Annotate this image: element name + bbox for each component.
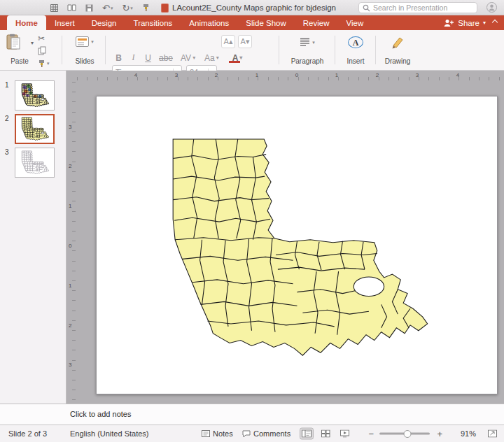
add-person-icon <box>443 19 454 27</box>
slides-group[interactable]: ▾ Slides <box>69 34 101 67</box>
search-box[interactable] <box>358 2 477 13</box>
save-icon[interactable] <box>85 4 93 12</box>
copy-button[interactable] <box>38 45 50 56</box>
drawing-brush-icon <box>391 36 405 49</box>
ribbon-divider <box>62 36 62 64</box>
horizontal-ruler: 43 21 01 23 4 <box>77 71 504 82</box>
ruler-ticks <box>77 77 504 80</box>
slide-thumbnail-3[interactable] <box>15 148 55 178</box>
normal-view-button[interactable] <box>300 428 314 440</box>
view-grid-icon[interactable] <box>50 4 58 12</box>
ribbon-divider <box>335 36 335 64</box>
shrink-font-button[interactable]: A▾ <box>238 35 252 48</box>
paste-button[interactable]: ▾ Paste <box>6 34 34 67</box>
tab-view[interactable]: View <box>338 15 372 30</box>
paragraph-label: Paragraph <box>284 57 330 65</box>
format-painter-icon[interactable] <box>142 3 150 12</box>
book-icon[interactable] <box>67 4 76 11</box>
status-bar: Slide 2 of 3 English (United States) Not… <box>0 425 504 442</box>
format-paint-button[interactable]: ▾ <box>38 58 50 69</box>
zoom-slider-track[interactable] <box>379 433 430 435</box>
paragraph-caret-icon: ▾ <box>312 40 315 45</box>
zoom-out-button[interactable]: − <box>368 429 374 439</box>
slideshow-view-button[interactable] <box>337 428 351 440</box>
case-caret-icon: ▾ <box>216 55 219 61</box>
account-icon[interactable] <box>486 2 497 15</box>
notes-placeholder: Click to add notes <box>70 410 131 418</box>
tab-animations[interactable]: Animations <box>181 15 237 30</box>
tab-design[interactable]: Design <box>83 15 125 30</box>
drawing-group[interactable]: Drawing <box>379 34 416 67</box>
underline-button[interactable]: U <box>141 51 155 64</box>
slide-thumbnail-1[interactable] <box>15 80 55 110</box>
titlebar: ↶▾ ↻▾ LAcount2E_County Maps graphic for … <box>0 0 504 15</box>
tab-insert[interactable]: Insert <box>46 15 83 30</box>
share-label: Share <box>458 19 479 27</box>
search-input[interactable] <box>373 3 470 12</box>
font-color-button[interactable]: A▾ <box>227 51 248 64</box>
vertical-ruler: 32 10 12 3 <box>66 82 77 404</box>
slide-sorter-icon <box>321 430 330 438</box>
paintbrush-icon <box>38 59 46 68</box>
search-icon <box>363 4 370 12</box>
character-spacing-button[interactable]: AV▾ <box>181 51 195 64</box>
editing-canvas[interactable]: 43 21 01 23 4 32 10 12 3 <box>66 71 504 404</box>
new-slide-icon <box>76 36 89 47</box>
bold-button[interactable]: B <box>112 51 125 64</box>
slide-sorter-view-button[interactable] <box>318 428 332 440</box>
tab-slide-show[interactable]: Slide Show <box>237 15 295 30</box>
tab-transitions[interactable]: Transitions <box>125 15 181 30</box>
paragraph-group[interactable]: ▾ Paragraph <box>284 34 330 67</box>
louisiana-parish-map-graphic[interactable] <box>162 136 431 367</box>
ruler-ticks <box>72 82 76 404</box>
document-title-text: LAcount2E_County Maps graphic for bjdesi… <box>172 3 336 12</box>
ribbon-divider <box>375 36 376 64</box>
ribbon-tab-bar: Home Insert Design Transitions Animation… <box>0 15 504 30</box>
clipboard-icon <box>6 34 21 50</box>
share-button[interactable]: Share ▾ <box>443 15 486 30</box>
notes-pane[interactable]: Click to add notes <box>0 404 504 425</box>
ribbon-divider <box>279 36 279 64</box>
slides-label: Slides <box>69 57 101 65</box>
comments-toggle[interactable]: Comments <box>242 429 290 438</box>
change-case-button[interactable]: Aa▾ <box>204 51 219 64</box>
normal-view-icon <box>302 430 312 438</box>
copy-icon <box>38 46 46 55</box>
undo-icon[interactable]: ↶▾ <box>102 3 113 13</box>
zoom-slider-thumb[interactable] <box>403 430 411 438</box>
collapse-ribbon-button[interactable] <box>490 17 500 28</box>
quick-access-toolbar: ↶▾ ↻▾ <box>50 0 150 15</box>
slideshow-icon <box>340 430 349 438</box>
insert-label: Insert <box>340 57 371 65</box>
tab-home[interactable]: Home <box>7 15 46 30</box>
slide-canvas[interactable] <box>96 96 498 394</box>
zoom-in-button[interactable]: + <box>437 429 442 439</box>
zoom-slider[interactable] <box>379 433 430 435</box>
insert-group[interactable]: A Insert <box>340 34 371 67</box>
slide-thumbnail-2[interactable] <box>15 114 55 144</box>
slide-1-number: 1 <box>5 81 9 89</box>
font-color-caret-icon: ▾ <box>239 55 242 61</box>
scissors-icon: ✂ <box>38 34 45 43</box>
notes-toggle[interactable]: Notes <box>202 429 233 438</box>
language-button[interactable]: English (United States) <box>70 429 149 438</box>
ribbon-divider <box>105 36 106 64</box>
cut-button[interactable]: ✂ <box>38 33 50 43</box>
window-title: LAcount2E_County Maps graphic for bjdesi… <box>161 0 336 15</box>
paragraph-lines-icon <box>300 38 310 47</box>
share-caret-icon: ▾ <box>483 20 486 26</box>
strikethrough-button[interactable]: abe <box>156 51 176 64</box>
fit-slide-button[interactable] <box>488 430 497 438</box>
format-caret-icon: ▾ <box>47 61 50 66</box>
slide-2-number: 2 <box>5 115 9 122</box>
chevron-up-icon <box>492 20 498 25</box>
zoom-percentage[interactable]: 91% <box>461 429 476 438</box>
presentation-doc-icon <box>161 3 169 13</box>
tab-review[interactable]: Review <box>295 15 338 30</box>
undo-caret-icon: ▾ <box>111 6 113 10</box>
comment-bubble-icon <box>242 430 251 438</box>
italic-button[interactable]: I <box>127 51 140 64</box>
grow-font-button[interactable]: A▴ <box>221 35 235 48</box>
redo-icon[interactable]: ↻▾ <box>122 3 132 13</box>
slide-thumbnail-panel: 1 2 3 <box>0 71 66 404</box>
